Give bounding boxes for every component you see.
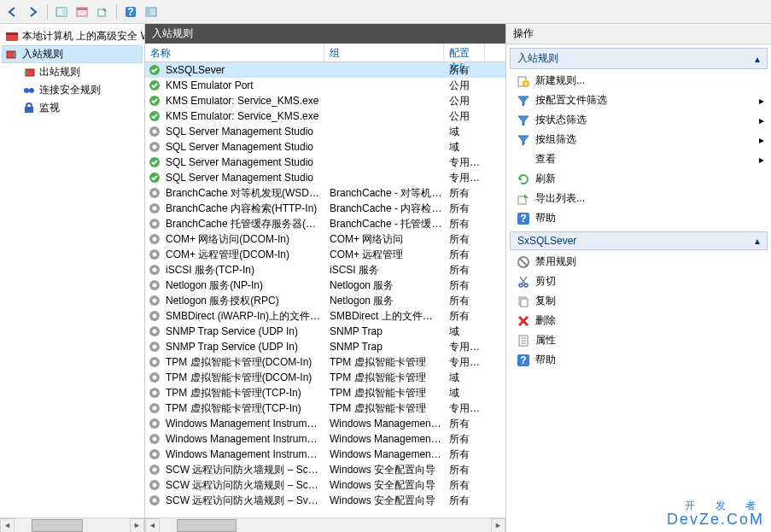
- collapse-icon[interactable]: ▴: [755, 235, 760, 247]
- rule-status-icon: [147, 202, 162, 214]
- tree-item-icon: [22, 66, 36, 79]
- action-item[interactable]: 按状态筛选▸: [510, 110, 768, 130]
- table-row[interactable]: Windows Management Instrumentati...Windo…: [145, 416, 505, 431]
- forward-button[interactable]: [24, 3, 43, 21]
- col-group[interactable]: 组: [324, 44, 444, 61]
- scroll-right-icon[interactable]: ►: [491, 518, 505, 533]
- back-button[interactable]: [3, 3, 22, 21]
- table-row[interactable]: TPM 虚拟智能卡管理(TCP-In)TPM 虚拟智能卡管理域: [145, 385, 505, 400]
- table-row[interactable]: TPM 虚拟智能卡管理(TCP-In)TPM 虚拟智能卡管理专用, 公: [145, 400, 505, 416]
- table-row[interactable]: SMBDirect (iWARP-In)上的文件和打印...SMBDirect …: [145, 308, 505, 324]
- table-row[interactable]: SNMP Trap Service (UDP In)SNMP Trap域: [145, 324, 505, 339]
- watermark-line2: DevZe.CoM: [667, 512, 764, 529]
- table-row[interactable]: Netlogon 服务(NP-In)Netlogon 服务所有: [145, 278, 505, 293]
- svg-text:?: ?: [127, 6, 133, 18]
- table-row[interactable]: SCW 远程访问防火墙规则 – Scshost - ...Windows 安全配…: [145, 477, 505, 493]
- rule-profile: 所有: [446, 463, 483, 477]
- rule-profile: 公用: [446, 79, 483, 93]
- action-item[interactable]: 属性: [510, 330, 768, 350]
- table-row[interactable]: COM+ 远程管理(DCOM-In)COM+ 远程管理所有: [145, 247, 505, 262]
- table-row[interactable]: SQL Server Management Studio域: [145, 139, 505, 155]
- center-hscroll[interactable]: ◄ ►: [145, 517, 505, 532]
- action-item[interactable]: 禁用规则: [510, 252, 768, 272]
- action-item[interactable]: 删除: [510, 311, 768, 330]
- firewall-icon: [5, 30, 19, 44]
- rule-name: SQL Server Management Studio: [162, 172, 326, 184]
- action-item[interactable]: 按组筛选▸: [510, 130, 768, 149]
- export-button[interactable]: [93, 3, 112, 21]
- rule-status-icon: [147, 371, 162, 383]
- table-row[interactable]: SCW 远程访问防火墙规则 – Scshost - ...Windows 安全配…: [145, 462, 505, 477]
- table-row[interactable]: SQL Server Management Studio专用, 公: [145, 170, 505, 185]
- action-label: 导出列表...: [535, 191, 585, 206]
- action-label: 剪切: [535, 274, 556, 289]
- scroll-left-icon[interactable]: ◄: [145, 518, 160, 533]
- collapse-icon[interactable]: ▴: [755, 53, 760, 65]
- table-row[interactable]: BranchCache 内容检索(HTTP-In)BranchCache - 内…: [145, 201, 505, 216]
- rule-group: BranchCache - 对等机发现...: [326, 186, 446, 201]
- rule-profile: 所有: [446, 232, 483, 247]
- action-item[interactable]: 复制: [510, 291, 768, 311]
- table-row[interactable]: KMS Emulator: Service_KMS.exe公用: [145, 108, 505, 124]
- table-row[interactable]: iSCSI 服务(TCP-In)iSCSI 服务所有: [145, 262, 505, 278]
- rule-profile: 所有: [446, 447, 483, 462]
- table-header: 名称 组 配置文{: [145, 44, 505, 62]
- col-name[interactable]: 名称: [145, 44, 324, 61]
- table-row[interactable]: SQL Server Management Studio域: [145, 124, 505, 139]
- show-hide-button[interactable]: [73, 3, 91, 21]
- rule-status-icon: [147, 464, 162, 476]
- action-item[interactable]: 刷新: [510, 169, 768, 189]
- submenu-arrow-icon: ▸: [759, 134, 764, 146]
- action-label: 新建规则...: [535, 73, 585, 88]
- tree-item[interactable]: 监视: [2, 99, 143, 117]
- table-row[interactable]: TPM 虚拟智能卡管理(DCOM-In)TPM 虚拟智能卡管理专用, 公: [145, 354, 505, 370]
- table-row[interactable]: KMS Emulator: Service_KMS.exe公用: [145, 93, 505, 108]
- rule-status-icon: [147, 126, 162, 137]
- table-row[interactable]: Netlogon 服务授权(RPC)Netlogon 服务所有: [145, 293, 505, 308]
- rule-name: SCW 远程访问防火墙规则 – Scshost - ...: [162, 463, 326, 477]
- view-button[interactable]: [142, 3, 161, 21]
- tree-item[interactable]: 入站规则: [2, 45, 143, 63]
- table-row[interactable]: SQL Server Management Studio专用, 公: [145, 155, 505, 170]
- rule-status-icon: [147, 494, 162, 506]
- svg-point-34: [153, 237, 157, 242]
- help-button[interactable]: ?: [121, 3, 140, 21]
- tree-item[interactable]: 连接安全规则: [2, 81, 143, 99]
- table-row[interactable]: COM+ 网络访问(DCOM-In)COM+ 网络访问所有: [145, 231, 505, 247]
- tree-item[interactable]: 出站规则: [2, 63, 143, 81]
- table-row[interactable]: Windows Management Instrumentati...Windo…: [145, 447, 505, 462]
- rule-group: Netlogon 服务: [326, 294, 446, 308]
- rule-name: KMS Emulator: Service_KMS.exe: [162, 110, 326, 122]
- scroll-left-icon[interactable]: ◄: [0, 518, 15, 533]
- rule-profile: 域: [446, 140, 483, 155]
- action-item[interactable]: ?帮助: [510, 350, 768, 370]
- cut-icon: [517, 275, 530, 289]
- action-group-selected[interactable]: SxSQLSever ▴: [510, 231, 768, 250]
- table-body[interactable]: SxSQLSever所有KMS Emulator Port公用KMS Emula…: [145, 62, 505, 517]
- watermark-line1: 开 发 者: [667, 500, 764, 512]
- left-hscroll[interactable]: ◄ ►: [0, 517, 144, 532]
- rule-group: Netlogon 服务: [326, 278, 446, 293]
- table-row[interactable]: SCW 远程访问防火墙规则 – Svchost - T...Windows 安全…: [145, 493, 505, 508]
- action-item[interactable]: ?帮助: [510, 208, 768, 228]
- tree-root[interactable]: 本地计算机 上的高级安全 Win: [2, 27, 143, 45]
- col-profile[interactable]: 配置文{: [444, 44, 485, 61]
- table-row[interactable]: KMS Emulator Port公用: [145, 78, 505, 93]
- scroll-right-icon[interactable]: ►: [130, 518, 144, 533]
- action-pane-toggle-button[interactable]: [52, 3, 71, 21]
- action-item[interactable]: 剪切: [510, 272, 768, 291]
- action-item[interactable]: 查看▸: [510, 149, 768, 169]
- action-item[interactable]: 导出列表...: [510, 189, 768, 208]
- action-group-inbound[interactable]: 入站规则 ▴: [510, 48, 768, 69]
- svg-point-48: [153, 345, 157, 349]
- table-row[interactable]: BranchCache 托管缓存服务器(HTTP-In)BranchCache …: [145, 216, 505, 231]
- table-row[interactable]: SNMP Trap Service (UDP In)SNMP Trap专用, 公: [145, 339, 505, 354]
- rule-profile: 专用, 公: [446, 355, 483, 370]
- table-row[interactable]: TPM 虚拟智能卡管理(DCOM-In)TPM 虚拟智能卡管理域: [145, 370, 505, 385]
- action-item[interactable]: 按配置文件筛选▸: [510, 91, 768, 110]
- action-item[interactable]: 新建规则...: [510, 71, 768, 91]
- rule-status-icon: [147, 95, 162, 107]
- table-row[interactable]: BranchCache 对等机发现(WSD-In)BranchCache - 对…: [145, 185, 505, 201]
- tree: 本地计算机 上的高级安全 Win 入站规则出站规则连接安全规则监视: [0, 24, 144, 517]
- table-row[interactable]: Windows Management Instrumentati...Windo…: [145, 431, 505, 447]
